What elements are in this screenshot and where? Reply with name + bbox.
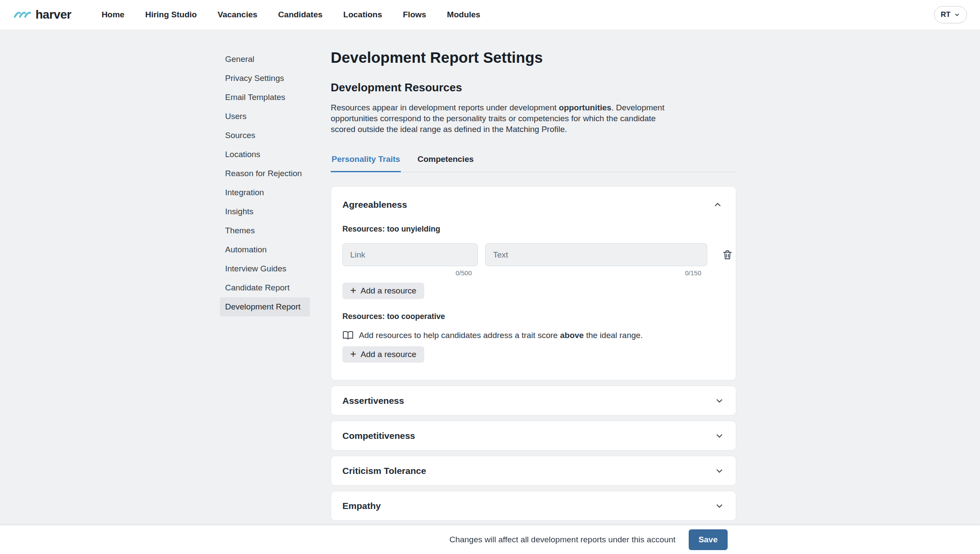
link-char-counter: 0/500 [455,269,478,277]
top-nav: harver Home Hiring Studio Vacancies Cand… [0,0,980,30]
sidebar-item-reason-for-rejection[interactable]: Reason for Rejection [220,164,310,183]
user-menu[interactable]: RT [934,6,967,23]
chevron-down-icon [714,466,725,476]
save-bar: Changes will affect all development repo… [0,525,980,554]
sidebar-item-automation[interactable]: Automation [220,240,310,259]
plus-icon: + [350,349,356,359]
nav-item-flows[interactable]: Flows [403,10,426,19]
resource-tabs: Personality Traits Competencies [331,152,736,172]
nav-item-hiring-studio[interactable]: Hiring Studio [145,10,197,19]
chevron-down-icon [714,431,725,441]
chevron-down-icon [714,501,725,511]
add-resource-button-low[interactable]: + Add a resource [342,283,424,299]
sidebar-item-integration[interactable]: Integration [220,183,310,202]
trait-title: Agreeableness [342,200,407,210]
trait-card-criticism-tolerance[interactable]: Criticism Tolerance [331,456,736,486]
collapse-button[interactable] [711,198,725,212]
user-initials: RT [941,10,951,19]
trait-card-header[interactable]: Agreeableness [342,198,725,212]
main-content: Development Report Settings Development … [331,30,736,554]
chevron-up-icon [712,200,723,210]
add-resource-button-high[interactable]: + Add a resource [342,346,424,363]
trait-card-agreeableness: Agreeableness Resources: too unyielding … [331,186,736,380]
sidebar-item-privacy-settings[interactable]: Privacy Settings [220,69,310,88]
sidebar-item-locations[interactable]: Locations [220,145,310,164]
chevron-down-icon [954,11,961,18]
book-icon [342,331,354,340]
resource-row: 0/500 0/150 [342,243,725,277]
sidebar-item-email-templates[interactable]: Email Templates [220,88,310,107]
resources-low-label: Resources: too unyielding [342,225,725,234]
brand-name: harver [35,8,71,22]
brand-logo[interactable]: harver [13,8,71,22]
sidebar-item-general[interactable]: General [220,50,310,69]
delete-resource-button[interactable] [722,249,733,261]
resource-link-input[interactable] [342,243,478,266]
tab-competencies[interactable]: Competencies [416,152,474,172]
nav-item-vacancies[interactable]: Vacancies [218,10,258,19]
trait-card-assertiveness[interactable]: Assertiveness [331,386,736,416]
settings-sidebar: General Privacy Settings Email Templates… [220,30,310,554]
nav-item-locations[interactable]: Locations [343,10,382,19]
trait-card-competitiveness[interactable]: Competitiveness [331,421,736,451]
section-description: Resources appear in development reports … [331,102,676,135]
save-button[interactable]: Save [689,529,728,550]
sidebar-item-insights[interactable]: Insights [220,202,310,221]
main-nav: Home Hiring Studio Vacancies Candidates … [102,10,480,19]
sidebar-item-candidate-report[interactable]: Candidate Report [220,278,310,297]
page-title: Development Report Settings [331,49,736,66]
nav-item-modules[interactable]: Modules [447,10,480,19]
save-notice: Changes will affect all development repo… [449,535,675,544]
harver-waves-icon [13,9,32,20]
trash-icon [722,249,733,261]
resource-hint-text: Add resources to help candidates address… [359,331,643,340]
resource-hint-row: Add resources to help candidates address… [342,331,725,340]
tab-personality-traits[interactable]: Personality Traits [331,152,401,172]
sidebar-item-themes[interactable]: Themes [220,221,310,240]
plus-icon: + [350,285,356,296]
resources-high-label: Resources: too cooperative [342,312,725,321]
nav-item-candidates[interactable]: Candidates [278,10,322,19]
link-field-group: 0/500 [342,243,478,277]
page-layout: General Privacy Settings Email Templates… [0,0,980,554]
text-field-group: 0/150 [485,243,707,277]
chevron-down-icon [714,396,725,406]
text-char-counter: 0/150 [685,269,707,277]
resource-text-input[interactable] [485,243,707,266]
trait-card-empathy[interactable]: Empathy [331,491,736,521]
sidebar-item-users[interactable]: Users [220,107,310,126]
sidebar-item-sources[interactable]: Sources [220,126,310,145]
section-title: Development Resources [331,81,736,94]
sidebar-item-development-report[interactable]: Development Report [220,297,310,316]
nav-item-home[interactable]: Home [102,10,125,19]
sidebar-item-interview-guides[interactable]: Interview Guides [220,259,310,278]
